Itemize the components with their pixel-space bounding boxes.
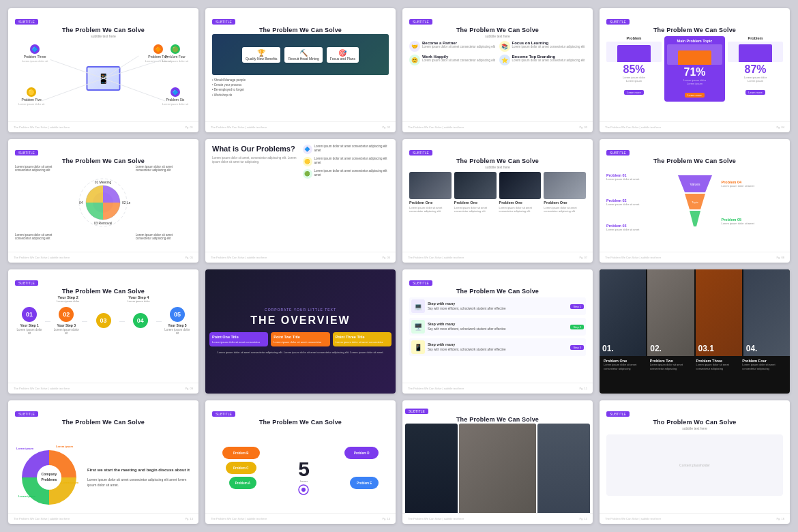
step-connector-3 xyxy=(119,321,125,322)
slide-7-title: The Problem We Can Solve xyxy=(409,158,586,164)
slide-16: SUBTITLE Tho Problem Wo Can Solve subtit… xyxy=(600,400,790,524)
slide-8-footer: The Problem We Can Solve | subtitle text… xyxy=(600,252,790,263)
img-card-4: Problem One Lorem ipsum dolor sit amet c… xyxy=(544,172,586,213)
slide-14: SUBTITLE The Problem We Can Solve Proble… xyxy=(205,400,396,524)
slide-1-subtitle: subtitle text here xyxy=(15,34,192,38)
slide-11: SUBTITLE The Problem We Can Solve 💻 Step… xyxy=(402,269,593,394)
step-circle-3: 03 xyxy=(96,313,111,328)
fan-text: First we start the meeting and begin dis… xyxy=(87,467,192,488)
s11-badge-2: Step 2 xyxy=(570,325,584,329)
funnel-svg: Values Topic xyxy=(675,172,715,233)
overview-point-2: Point Two Title Lorem ipsum dolor sit am… xyxy=(271,332,329,346)
slide-15-tag: SUBTITLE xyxy=(405,409,428,414)
slide-8-tag: SUBTITLE xyxy=(606,150,630,156)
node-1: 🔷Problem ThreeLorem ipsum dolor sit xyxy=(22,44,48,63)
svg-point-21 xyxy=(301,488,306,492)
partner-grid: 🤝 Become a Partner Lorem ipsum dolor sit… xyxy=(409,41,586,65)
funnel-svg-wrap: Values Topic xyxy=(671,165,719,240)
image-grid: Problem One Lorem ipsum dolor sit amet c… xyxy=(409,172,586,213)
slide-2-title: The Problem We Can Solve xyxy=(212,27,389,33)
photo-info: Problem One Lorem ipsum dolor sit amet c… xyxy=(600,356,790,393)
slide-11-title: The Problem We Can Solve xyxy=(409,288,586,295)
icon-box-1: 🏆Qualify New Benefits xyxy=(242,47,280,63)
fan-label-3: Lorem ipsum xyxy=(18,494,35,498)
slide-4-footer: The Problem We Can Solve | subtitle text… xyxy=(600,121,790,132)
slide-2-tag: SUBTITLE xyxy=(212,19,235,25)
s11-item-3: 📱 Step with many Say with more efficient… xyxy=(409,338,586,356)
step-top-4: Your Step 4 Lorem ipsum dolor xyxy=(121,295,156,303)
slide-6-footer: The Problem We Can Solve | subtitle text… xyxy=(205,252,396,263)
step-connector-4 xyxy=(156,321,162,322)
s6-item-3: 🟢 Lorem ipsum dolor sit amet consectetur… xyxy=(303,169,389,179)
funnel-right-1: Problem 04 Lorem ipsum dolor sit amet xyxy=(722,180,784,188)
partner-4-text: Become Top Branding Lorem ipsum dolor si… xyxy=(512,55,585,63)
stat-bar-fill-3 xyxy=(739,44,772,62)
circle-svg: 01 Meeting 02 Lead 03 Removal 04 xyxy=(76,175,130,230)
slide-2: SUBTITLE The Problem We Can Solve 🏆Quali… xyxy=(205,8,396,132)
s2-icons-row: 🏆Qualify New Benefits ⛏️Recruit Head Min… xyxy=(242,47,359,63)
step-4: 04 xyxy=(126,313,155,329)
stat-3: Problem 87% Lorem ipsum dolor Lorem ipsu… xyxy=(728,36,783,102)
stat-bar-fill-2 xyxy=(678,50,711,65)
s5-right: Lorem ipsum dolor sit ametconsectetur ad… xyxy=(136,165,192,240)
s6-icon-3: 🟢 xyxy=(303,169,312,179)
fan-label-1: Lorem ipsum xyxy=(56,445,73,448)
step-label-1: Your Step 1Lorem ipsum dolor sit xyxy=(15,323,44,336)
s15-photo-bg xyxy=(459,424,535,514)
step-top-blank3 xyxy=(156,295,192,303)
s5-circle: 01 Meeting 02 Lead 03 Removal 04 xyxy=(75,165,131,240)
step-3: 03 xyxy=(89,313,117,329)
pii-3: Problem Three Lorem ipsum dolor sit amet… xyxy=(696,359,740,390)
right-bubbles: Problem D Problem E xyxy=(331,447,379,508)
slide-9-footer: The Problem We Can Solve | subtitle text… xyxy=(8,383,198,394)
s6-icon-1: 🔷 xyxy=(303,145,312,154)
gear-icon xyxy=(297,483,310,497)
steps-top: Your Step 2 Lorem ipsum dolor Your Step … xyxy=(15,295,192,303)
slide-11-tag: SUBTITLE xyxy=(409,280,432,286)
s11-icon-1: 💻 xyxy=(411,299,425,313)
overview-content: CORPORATE YOUR LITTLE TEXT THE OVERVIEW … xyxy=(205,269,396,394)
icon-box-3: 🎯Focus and Plans xyxy=(327,47,359,63)
slide-1-content: 📱 🔷Problem ThreeLorem ipsum dolor sit 🔶P… xyxy=(15,41,192,116)
step-2: 02 Your Step 3Lorem ipsum dolor sit xyxy=(52,307,80,336)
svg-text:03 Removal: 03 Removal xyxy=(94,221,113,225)
funnel-left-3: Problem 03 Lorem ipsum dolor sit amet xyxy=(606,224,668,231)
slide-5-footer: The Problem We Can Solve | subtitle text… xyxy=(8,252,198,263)
slide-15-content: 33% Problem given here 68% Problem given… xyxy=(405,424,590,514)
stats-row: Problem 85% Lorem ipsum dolor Lorem ipsu… xyxy=(606,36,783,102)
step-connector-2 xyxy=(82,321,87,322)
step-circle-2: 02 xyxy=(59,307,74,322)
partner-2-text: Focus on Learning Lorem ipsum dolor sit … xyxy=(512,41,585,49)
stat-bar-3 xyxy=(728,42,783,62)
s6-item-2: 🟡 Lorem ipsum dolor sit amet consectetur… xyxy=(303,157,389,166)
slide-grid: SUBTITLE The Problem We Can Solve subtit… xyxy=(0,0,798,532)
overview-point-1: Point One Title Lorem ipsum dolor sit am… xyxy=(209,332,268,346)
funnel-left: Problem 01 Lorem ipsum dolor sit amet Pr… xyxy=(606,165,668,240)
left-bubbles: Problem B Problem C Problem A xyxy=(222,447,277,508)
slide-9-tag: SUBTITLE xyxy=(15,280,38,286)
s6-icon-2: 🟡 xyxy=(303,157,312,166)
slide-13: SUBTITLE The Problem We Can Solve Compan… xyxy=(8,400,198,524)
svg-text:01 Meeting: 01 Meeting xyxy=(95,180,112,184)
s11-icon-3: 📱 xyxy=(411,340,425,354)
overview-point-3: Point Three Title Lorem ipsum dolor sit … xyxy=(333,332,391,346)
slide-3-tag: SUBTITLE xyxy=(409,19,432,25)
slide-6-content: What is Our Problems? Lorem ipsum dolor … xyxy=(212,145,389,248)
partner-2: 📚 Focus on Learning Lorem ipsum dolor si… xyxy=(499,41,587,52)
slide-1-title: The Problem We Can Solve xyxy=(15,27,192,33)
slide-9-title: The Problem We Can Solve xyxy=(15,288,192,295)
s11-text-2: Step with many Say with more efficient, … xyxy=(428,322,567,332)
partner-1-text: Become a Partner Lorem ipsum dolor sit a… xyxy=(422,41,495,49)
node-4: 🟡Problem FiveLorem ipsum dolor sit xyxy=(18,87,44,106)
step-top-blank2 xyxy=(86,295,121,303)
stat-1: Problem 85% Lorem ipsum dolor Lorem ipsu… xyxy=(606,36,662,102)
step-top-2: Your Step 2 Lorem ipsum dolor xyxy=(50,295,86,303)
slide-1-footer: The Problem We Can Solve | subtitle text… xyxy=(8,121,198,132)
node-3: 🟢Problem FourLorem ipsum dolor sit xyxy=(162,44,188,63)
photo-num-3: 03.1 xyxy=(698,344,714,353)
bubble-e: Problem E xyxy=(350,477,379,489)
big-number-wrap: 5 Issues xyxy=(297,459,310,497)
slide-4-tag: SUBTITLE xyxy=(606,19,630,25)
stat-bar-1 xyxy=(606,42,662,62)
img-card-1: Problem One Lorem ipsum dolor sit amet c… xyxy=(409,172,452,213)
